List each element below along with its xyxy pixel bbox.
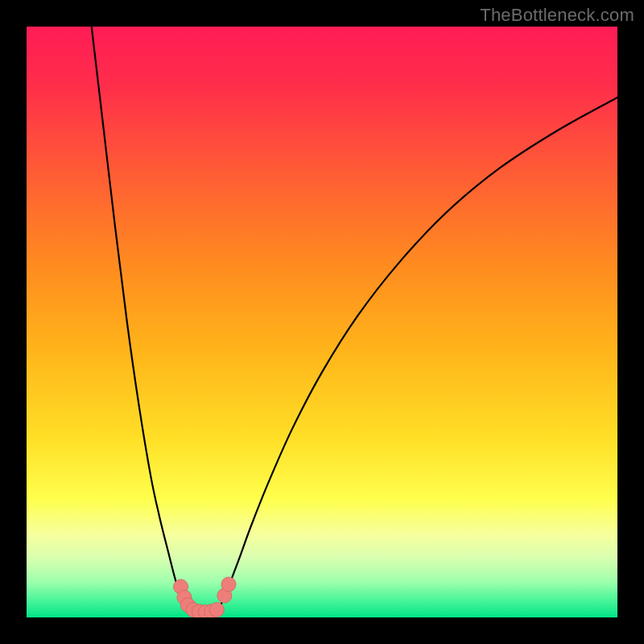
- data-marker: [209, 602, 224, 617]
- watermark-text: TheBottleneck.com: [480, 5, 634, 26]
- chart-frame: TheBottleneck.com: [0, 0, 644, 644]
- data-marker: [221, 577, 236, 592]
- plot-background: [27, 27, 617, 617]
- bottleneck-chart: [0, 0, 644, 644]
